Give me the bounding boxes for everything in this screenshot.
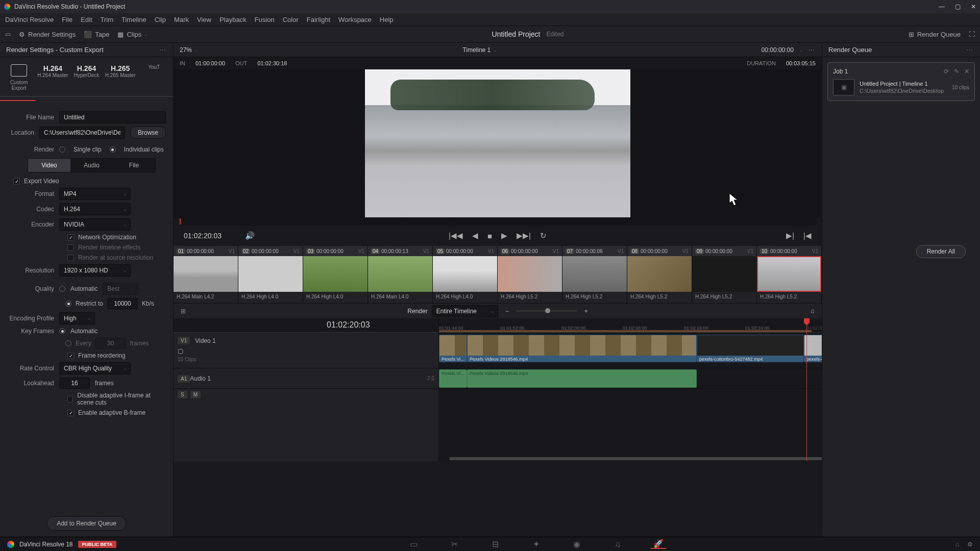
- add-to-queue-button[interactable]: Add to Render Queue: [47, 516, 126, 531]
- individual-clips-radio[interactable]: [110, 146, 116, 153]
- preset-hyperdeck[interactable]: H.264HyperDeck: [69, 62, 103, 93]
- kf-auto-radio[interactable]: [59, 328, 65, 334]
- resolution-select[interactable]: 980 x 551 HD⌵: [59, 264, 131, 277]
- clips-button[interactable]: ▦Clips⌵: [117, 31, 147, 38]
- clip-item[interactable]: 04 00:00:00:13V1H.264 Main L4.0: [368, 246, 433, 303]
- prev-frame-button[interactable]: ◀: [472, 231, 478, 240]
- prev-clip-button[interactable]: |◀: [803, 231, 812, 240]
- netopt-check[interactable]: [67, 234, 74, 241]
- video-track[interactable]: Pexels Vi... Pexels Videos 2818546.mp4 p…: [439, 333, 822, 368]
- playhead[interactable]: [806, 318, 807, 461]
- expand-icon[interactable]: ⛶: [969, 31, 975, 38]
- menu-item[interactable]: Clip: [155, 16, 166, 23]
- render-scope-select[interactable]: Entire Timeline⌵: [432, 305, 498, 317]
- menu-item[interactable]: Edit: [81, 16, 92, 23]
- minimize-button[interactable]: —: [939, 3, 945, 10]
- lookahead-input[interactable]: [59, 378, 90, 389]
- zoom-select[interactable]: 27%⌵: [180, 46, 198, 54]
- last-frame-button[interactable]: ▶▶|: [517, 231, 531, 240]
- location-input[interactable]: [39, 127, 125, 139]
- clip-item[interactable]: 02 00:00:00:00V1H.264 High L4.0: [238, 246, 303, 303]
- audio-meters-icon[interactable]: ♫: [810, 308, 815, 315]
- volume-icon[interactable]: 🔊: [245, 231, 255, 240]
- tab-audio[interactable]: Audio: [70, 159, 113, 172]
- export-video-check[interactable]: [13, 178, 20, 185]
- render-queue-button[interactable]: ⊞Render Queue: [909, 31, 961, 38]
- preset-youtube[interactable]: YouT: [137, 62, 171, 93]
- enable-bframe-check[interactable]: [67, 410, 74, 416]
- fusion-page-icon[interactable]: ✦: [528, 540, 544, 549]
- render-all-button[interactable]: Render All: [916, 245, 966, 258]
- zoom-out-button[interactable]: −: [505, 308, 509, 315]
- maximize-button[interactable]: ▢: [955, 3, 961, 10]
- viewer-menu-icon[interactable]: ⋯: [808, 46, 816, 54]
- preset-h264-master[interactable]: H.264H.264 Master: [36, 62, 69, 93]
- close-button[interactable]: ✕: [971, 3, 976, 10]
- tab-video[interactable]: Video: [28, 159, 70, 172]
- quality-auto-radio[interactable]: [59, 286, 65, 292]
- browse-button[interactable]: Browse: [130, 127, 166, 139]
- video-clip[interactable]: Pexels Vi...: [439, 335, 467, 362]
- clip-item[interactable]: 03 00:00:00:00V1H.264 High L4.0: [303, 246, 368, 303]
- solo-button[interactable]: S: [178, 391, 187, 398]
- panel-menu-icon[interactable]: ⋯: [159, 46, 167, 54]
- viewer-scrubber[interactable]: [179, 217, 817, 226]
- menu-item[interactable]: Fusion: [255, 16, 275, 23]
- codec-select[interactable]: H.264⌵: [59, 203, 131, 215]
- audio-clip[interactable]: Pexels Vi...: [439, 369, 467, 388]
- frame-reorder-check[interactable]: [67, 353, 74, 359]
- mute-button[interactable]: M: [190, 391, 201, 398]
- queue-menu-icon[interactable]: ⋯: [966, 46, 974, 54]
- clip-item[interactable]: 05 00:00:00:00V1H.264 High L4.0: [433, 246, 498, 303]
- clip-item[interactable]: 06 00:00:00:00V1H.264 High L5.2: [498, 246, 562, 303]
- preset-h265-master[interactable]: H.265H.265 Master: [104, 62, 137, 93]
- timeline-name[interactable]: Timeline 1⌵: [462, 46, 496, 54]
- loop-button[interactable]: ↻: [540, 231, 547, 240]
- encoder-select[interactable]: NVIDIA⌵: [59, 218, 131, 231]
- menu-item[interactable]: View: [197, 16, 211, 23]
- menu-item[interactable]: Playback: [219, 16, 247, 23]
- cut-page-icon[interactable]: ✂: [447, 540, 462, 549]
- menu-item[interactable]: Fairlight: [307, 16, 330, 23]
- deliver-page-icon[interactable]: 🚀: [651, 540, 666, 549]
- menu-item[interactable]: Help: [380, 16, 394, 23]
- zoom-in-button[interactable]: +: [584, 308, 588, 315]
- zoom-slider[interactable]: [516, 310, 577, 312]
- video-track-head[interactable]: V1Video 1 ▢ 10 Clips: [174, 333, 438, 368]
- timeline-ruler[interactable]: 01:01:44:00 01:01:52:00 01:02:00:00 01:0…: [439, 318, 822, 333]
- fairlight-page-icon[interactable]: ♫: [610, 540, 625, 549]
- restrict-radio[interactable]: [65, 300, 71, 307]
- audio-clip[interactable]: Pexels Videos 2818546.mp4: [467, 369, 697, 388]
- render-settings-button[interactable]: ⚙Render Settings: [19, 31, 76, 38]
- viewer-tc-chev[interactable]: ⌵: [800, 47, 802, 53]
- clip-item[interactable]: 10 00:00:00:00V1H.264 High L5.2: [757, 246, 822, 303]
- audio-track[interactable]: Pexels Vi... Pexels Videos 2818546.mp4: [439, 368, 822, 389]
- settings-icon[interactable]: ⚙: [967, 541, 973, 548]
- video-clip[interactable]: pexels-cottonbro-5427482.mp4: [697, 335, 804, 362]
- single-clip-radio[interactable]: [59, 146, 65, 153]
- audio-track-head[interactable]: A1Audio 1 2.0: [174, 368, 438, 389]
- encprofile-select[interactable]: High⌵: [59, 312, 95, 324]
- media-page-icon[interactable]: ▭: [406, 540, 421, 549]
- preset-custom[interactable]: Custom Export: [2, 62, 36, 93]
- next-clip-button[interactable]: ▶|: [786, 231, 794, 240]
- tape-button[interactable]: ⬛Tape: [84, 31, 109, 38]
- timeline-scrollbar[interactable]: [439, 456, 822, 461]
- deliver-icon[interactable]: ▭: [5, 31, 11, 38]
- queue-job[interactable]: Job 1 ⟳ ✎ ✕ ▣ Untitled Project | Timelin…: [827, 62, 975, 101]
- first-frame-button[interactable]: |◀◀: [449, 231, 463, 240]
- color-page-icon[interactable]: ◉: [569, 540, 584, 549]
- bitrate-input[interactable]: [107, 298, 138, 309]
- ratectrl-select[interactable]: CBR High Quality⌵: [59, 362, 131, 374]
- timeline-fx-check[interactable]: [67, 244, 74, 251]
- clip-item[interactable]: 01 00:00:00:00V1H.264 Main L4.2: [174, 246, 238, 303]
- job-edit-icon[interactable]: ✎: [954, 68, 959, 75]
- stop-button[interactable]: ■: [487, 232, 492, 240]
- edit-page-icon[interactable]: ⊟: [487, 540, 503, 549]
- job-reload-icon[interactable]: ⟳: [944, 68, 949, 75]
- menu-item[interactable]: Timeline: [121, 16, 146, 23]
- viewer[interactable]: [174, 69, 822, 217]
- menu-item[interactable]: Color: [283, 16, 299, 23]
- menu-item[interactable]: Trim: [101, 16, 114, 23]
- play-button[interactable]: ▶: [501, 231, 507, 240]
